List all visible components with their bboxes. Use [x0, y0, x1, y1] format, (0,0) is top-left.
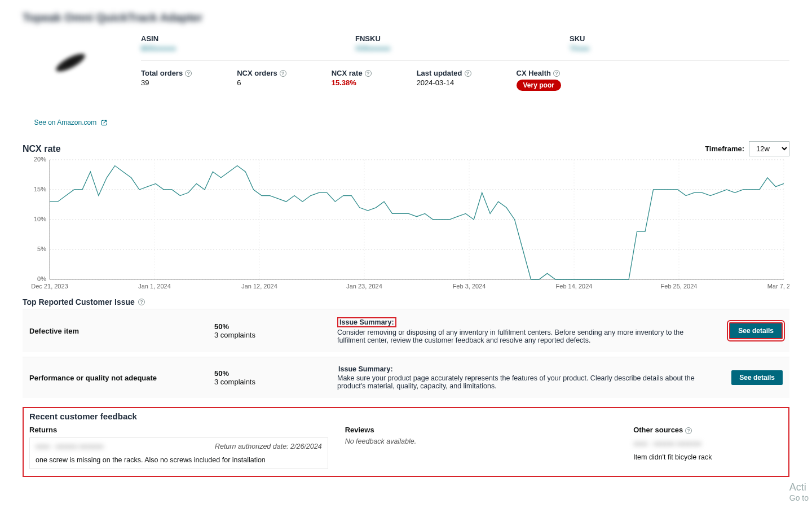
other-feedback-text: Item didn't fit bicycle rack [633, 453, 783, 461]
help-icon[interactable]: ? [185, 70, 192, 77]
issue-pct: 50% [214, 369, 327, 378]
last-updated-label: Last updated [417, 69, 462, 77]
help-icon[interactable]: ? [280, 70, 286, 77]
help-icon[interactable]: ? [365, 70, 372, 77]
ncx-rate-chart-section: NCX rate Timeframe: 12w [23, 141, 789, 292]
issue-name: Performance or quality not adequate [29, 374, 204, 382]
fnsku-label: FNSKU [355, 34, 513, 43]
reviews-column-header: Reviews [345, 424, 617, 437]
timeframe-label: Timeframe: [705, 144, 744, 153]
return-feedback-card[interactable]: xxxx - xxxxxx xxxxxxx Return authorized … [29, 437, 328, 469]
total-orders-value: 39 [141, 78, 192, 87]
ncx-orders-label: NCX orders [237, 69, 277, 77]
product-header: See on Amazon.com ASIN B00xxxxxx FNSKU X… [23, 34, 789, 126]
external-link-icon [101, 120, 107, 126]
issue-name: Defective item [29, 327, 204, 335]
ncx-rate-value: 15.38% [332, 78, 372, 87]
issue-complaints: 3 complaints [214, 378, 327, 386]
reviews-empty-state: No feedback available. [345, 437, 617, 445]
feedback-title: Recent customer feedback [29, 411, 783, 421]
timeframe-select[interactable]: 12w [749, 141, 789, 156]
product-thumbnail [33, 28, 109, 97]
issue-complaints: 3 complaints [214, 331, 327, 339]
asin-label: ASIN [141, 34, 299, 43]
see-on-amazon-link[interactable]: See on Amazon.com [34, 119, 107, 126]
cx-health-badge: Very poor [517, 80, 561, 91]
see-details-button[interactable]: See details [729, 322, 783, 339]
ncx-rate-chart [23, 156, 789, 292]
return-date: Return authorized date: 2/26/2024 [215, 443, 322, 450]
help-icon[interactable]: ? [685, 427, 692, 434]
issue-pct: 50% [214, 322, 327, 331]
issue-summary-header: Issue Summary: [337, 365, 394, 373]
help-icon[interactable]: ? [553, 70, 560, 77]
see-details-button[interactable]: See details [731, 370, 783, 385]
issue-summary-header: Issue Summary: [337, 317, 396, 327]
returns-column-header: Returns [29, 424, 328, 437]
other-feedback-card[interactable]: xxxx - xxxxxx xxxxxxx Item didn't fit bi… [633, 437, 783, 463]
asin-value[interactable]: B00xxxxxx [141, 44, 299, 52]
cx-health-label: CX Health [517, 69, 551, 77]
ncx-orders-value: 6 [237, 78, 286, 87]
recent-feedback-panel: Recent customer feedback Returns xxxx - … [23, 407, 789, 477]
last-updated-value: 2024-03-14 [417, 78, 471, 87]
windows-activation-watermark: Acti Go to [789, 481, 809, 488]
other-sources-column-header: Other sources [633, 426, 683, 434]
issue-row: Performance or quality not adequate50%3 … [23, 357, 789, 398]
page-title: Topeak Omni QuickTrack Adapter [23, 11, 789, 24]
issues-section-title: Top Reported Customer Issue [23, 297, 135, 306]
ncx-rate-label: NCX rate [332, 69, 363, 77]
return-feedback-text: one screw is missing on the racks. Also … [36, 456, 322, 464]
issue-summary-text: Make sure your product page accurately r… [337, 374, 695, 390]
sku-value[interactable]: TAxxx [570, 44, 682, 52]
help-icon[interactable]: ? [138, 299, 145, 305]
chart-title: NCX rate [23, 144, 61, 154]
see-on-amazon-text: See on Amazon.com [34, 119, 96, 126]
other-card-id: xxxx - xxxxxx xxxxxxx [633, 440, 783, 448]
issue-summary-text: Consider removing or disposing of any in… [337, 329, 683, 344]
issue-row: Defective item50%3 complaintsIssue Summa… [23, 309, 789, 352]
fnsku-value[interactable]: X00xxxxxx [355, 44, 513, 52]
return-card-id: xxxx - xxxxxx xxxxxxx [36, 443, 104, 450]
total-orders-label: Total orders [141, 69, 183, 77]
sku-label: SKU [570, 34, 682, 43]
help-icon[interactable]: ? [465, 70, 471, 77]
